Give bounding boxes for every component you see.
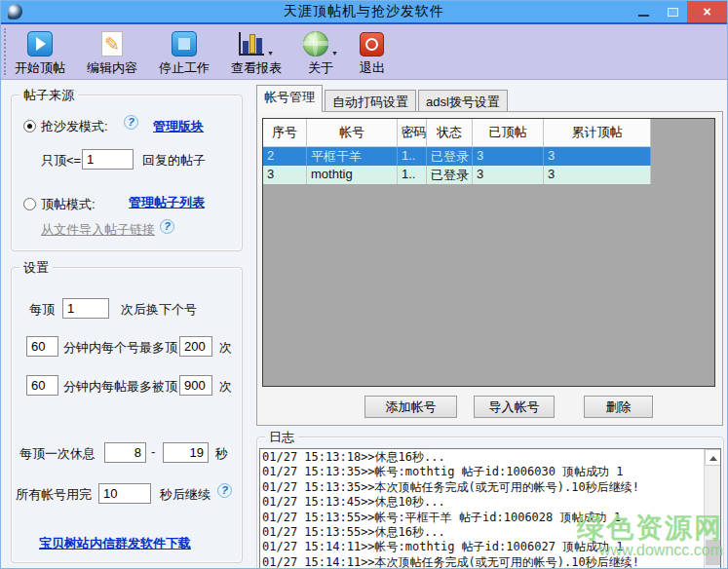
minimize-button[interactable] xyxy=(629,1,658,22)
allused-suffix: 秒后继续 xyxy=(160,486,211,504)
exit-icon xyxy=(360,32,384,57)
maximize-icon xyxy=(668,8,678,17)
log-group: 日志 01/27 15:13:18>>休息16秒... 01/27 15:13:… xyxy=(256,436,724,569)
start-bump-button[interactable]: 开始顶帖 xyxy=(11,28,69,78)
bump-mode-label: 顶帖模式: xyxy=(41,196,96,213)
close-button[interactable]: × xyxy=(687,1,727,22)
toolbar: 开始顶帖 编辑内容 停止工作 ▼ 查看报表 ▼ 关于 退出 xyxy=(1,22,727,80)
settings-group: 设置 每顶 次后换下个号 分钟内每个号最多顶 次 分钟内每帖最多被顶 次 每顶一… xyxy=(11,267,243,563)
reply-count-input[interactable] xyxy=(82,149,134,170)
acct-limit-count-input[interactable] xyxy=(179,336,212,357)
stop-icon xyxy=(172,31,197,57)
chevron-down-icon: ▼ xyxy=(267,50,274,57)
reply-filter-suffix: 回复的帖子 xyxy=(142,152,206,170)
report-chart-icon xyxy=(239,32,264,56)
window-title: 天涯顶帖机与抢沙发软件 xyxy=(1,3,727,20)
stop-work-button[interactable]: 停止工作 xyxy=(155,28,213,78)
import-account-button[interactable]: 导入帐号 xyxy=(474,396,555,418)
log-line: 01/27 15:13:55>>休息16秒... xyxy=(262,525,703,540)
log-line: 01/27 15:13:35>>帐号:mothtig 帖子id:1006030 … xyxy=(262,465,703,479)
maximize-button[interactable] xyxy=(658,1,687,22)
log-line: 01/27 15:13:35>>本次顶帖任务完成(或无可用的帐号).10秒后继续… xyxy=(262,480,703,495)
log-scrollbar[interactable] xyxy=(704,449,720,569)
help-icon[interactable]: ? xyxy=(217,483,232,498)
rest-max-input[interactable] xyxy=(163,442,209,463)
accounts-table: 序号 帐号 密码 状态 已顶帖 累计顶帖 2 平框干羊 1.. 已登录 3 3 xyxy=(262,118,715,387)
download-software-link[interactable]: 宝贝树站内信群发软件下载 xyxy=(39,535,191,552)
edit-icon xyxy=(101,31,123,57)
log-line: 01/27 15:14:11>>帐号:mothtig 帖子id:1006027 … xyxy=(262,540,703,554)
col-header-status[interactable]: 状态 xyxy=(427,119,473,147)
tab-account-management[interactable]: 帐号管理 xyxy=(256,85,323,112)
post-limit-count-input[interactable] xyxy=(179,375,212,396)
view-report-button[interactable]: ▼ 查看报表 xyxy=(227,28,286,78)
acct-limit-minutes-input[interactable] xyxy=(26,336,58,357)
scroll-up-icon[interactable] xyxy=(705,449,721,466)
sofa-mode-label: 抢沙发模式: xyxy=(41,118,108,135)
table-header-row: 序号 帐号 密码 状态 已顶帖 累计顶帖 xyxy=(263,119,651,147)
account-management-panel: 序号 帐号 密码 状态 已顶帖 累计顶帖 2 平框干羊 1.. 已登录 3 3 xyxy=(256,111,723,426)
switch-account-prefix: 每顶 xyxy=(29,301,55,319)
log-textarea[interactable]: 01/27 15:13:18>>休息16秒... 01/27 15:13:35>… xyxy=(259,448,721,569)
settings-group-title: 设置 xyxy=(19,259,53,277)
add-account-button[interactable]: 添加帐号 xyxy=(364,396,457,418)
manage-board-link[interactable]: 管理版块 xyxy=(153,118,204,135)
play-icon xyxy=(27,31,53,57)
help-icon[interactable]: ? xyxy=(124,115,138,130)
help-icon[interactable]: ? xyxy=(160,219,174,234)
post-limit-text: 分钟内每帖最多被顶 xyxy=(63,378,177,396)
titlebar: 天涯顶帖机与抢沙发软件 × xyxy=(1,1,727,22)
reply-filter-prefix: 只顶<= xyxy=(41,152,81,170)
col-header-index[interactable]: 序号 xyxy=(263,119,307,147)
globe-icon xyxy=(303,31,328,57)
col-header-bumped[interactable]: 已顶帖 xyxy=(473,119,544,147)
exit-button[interactable]: 退出 xyxy=(356,28,389,78)
about-button[interactable]: ▼ 关于 xyxy=(299,28,342,78)
table-row[interactable]: 3 mothtig 1.. 已登录 3 3 xyxy=(263,166,651,184)
log-line: 01/27 15:14:11>>本次顶帖任务完成(或无可用的帐号).10秒后继续… xyxy=(262,555,703,569)
table-row[interactable]: 2 平框干羊 1.. 已登录 3 3 xyxy=(263,147,651,166)
log-line: 01/27 15:13:18>>休息16秒... xyxy=(262,450,703,465)
manage-posts-link[interactable]: 管理帖子列表 xyxy=(129,194,205,211)
sofa-mode-radio[interactable] xyxy=(23,120,36,133)
bump-mode-radio[interactable] xyxy=(23,198,36,210)
app-window: 天涯顶帖机与抢沙发软件 × 开始顶帖 编辑内容 停止工作 ▼ 查看报表 xyxy=(0,0,728,569)
log-line: 01/27 15:13:55>>帐号:平框干羊 帖子id:1006028 顶帖成… xyxy=(262,511,703,525)
allused-prefix: 所有帐号用完 xyxy=(16,486,92,504)
col-header-password[interactable]: 密码 xyxy=(398,119,427,147)
acct-limit-suffix: 次 xyxy=(219,339,232,357)
post-limit-suffix: 次 xyxy=(219,378,232,396)
log-group-title: 日志 xyxy=(265,429,298,446)
edit-content-button[interactable]: 编辑内容 xyxy=(83,28,141,78)
switch-account-suffix: 次后换下个号 xyxy=(121,301,197,319)
post-source-group: 帖子来源 抢沙发模式: ? 管理版块 只顶<= 回复的帖子 顶帖模式: 管理帖子… xyxy=(11,95,243,251)
minimize-icon xyxy=(638,15,649,17)
rest-suffix: 秒 xyxy=(215,445,228,463)
chevron-down-icon: ▼ xyxy=(331,50,338,57)
rest-prefix: 每顶一次休息 xyxy=(19,445,96,463)
post-limit-minutes-input[interactable] xyxy=(26,375,58,396)
rest-min-input[interactable] xyxy=(104,442,146,463)
post-source-group-title: 帖子来源 xyxy=(19,87,78,104)
col-header-total[interactable]: 累计顶帖 xyxy=(544,119,651,147)
allused-seconds-input[interactable] xyxy=(98,483,151,504)
log-line: 01/27 15:13:45>>休息10秒... xyxy=(262,495,703,510)
scrollbar-thumb[interactable] xyxy=(706,540,720,565)
col-header-account[interactable]: 帐号 xyxy=(307,119,398,147)
acct-limit-text: 分钟内每个号最多顶 xyxy=(63,339,177,357)
import-posts-link[interactable]: 从文件导入帖子链接 xyxy=(41,221,155,239)
delete-account-button[interactable]: 删除 xyxy=(584,396,653,418)
switch-count-input[interactable] xyxy=(62,298,109,319)
tab-bar: 帐号管理 自动打码设置 adsl拨号设置 xyxy=(256,91,510,112)
log-lines: 01/27 15:13:18>>休息16秒... 01/27 15:13:35>… xyxy=(262,450,703,569)
rest-dash: - xyxy=(151,444,155,459)
